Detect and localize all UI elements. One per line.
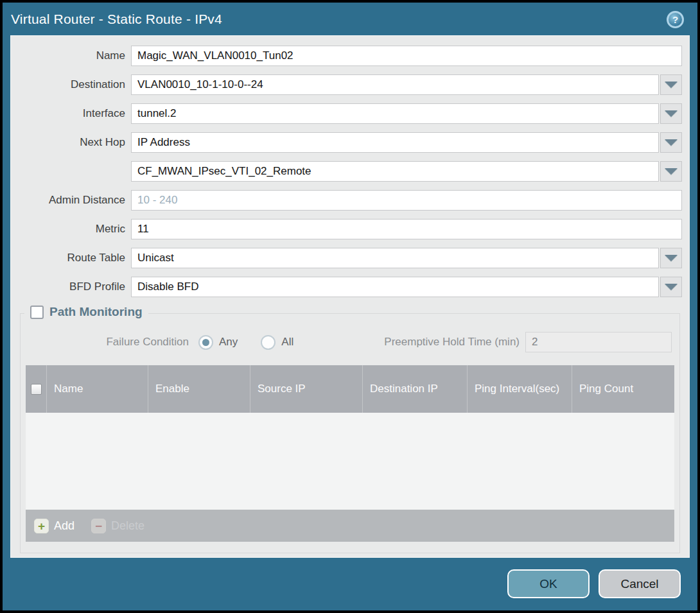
column-header-source-ip: Source IP <box>250 365 363 413</box>
ok-button[interactable]: OK <box>507 569 590 598</box>
add-button[interactable]: + Add <box>34 519 74 533</box>
column-header-ping-count: Ping Count <box>572 365 674 413</box>
failure-condition-row: Failure Condition Any All Preemptive Hol… <box>21 331 679 353</box>
route-table-label: Route Table <box>11 252 131 264</box>
header-checkbox-cell <box>26 365 47 413</box>
chevron-down-icon <box>665 168 678 175</box>
delete-button[interactable]: − Delete <box>91 519 144 533</box>
radio-selected-icon <box>198 335 213 350</box>
column-header-name: Name <box>47 365 148 413</box>
bfd-profile-label: BFD Profile <box>11 281 131 293</box>
preemptive-hold-time-input[interactable] <box>525 332 672 352</box>
select-all-checkbox[interactable] <box>31 384 42 395</box>
interface-label: Interface <box>11 107 131 120</box>
chevron-down-icon <box>665 82 678 88</box>
dialog-body: Name Destination Interface <box>10 35 690 558</box>
radio-unselected-icon <box>261 335 276 350</box>
chevron-down-icon <box>665 284 678 290</box>
path-monitoring-legend: Path Monitoring <box>24 305 148 319</box>
destination-input[interactable] <box>131 74 659 95</box>
destination-label: Destination <box>11 78 131 91</box>
metric-input[interactable] <box>131 219 682 239</box>
next-hop-label: Next Hop <box>11 136 131 149</box>
name-input[interactable] <box>131 46 682 66</box>
minus-icon: − <box>91 519 106 533</box>
form-row-next-hop-address <box>11 161 689 182</box>
path-monitoring-section: Path Monitoring Failure Condition Any Al… <box>20 313 680 553</box>
form-row-destination: Destination <box>11 74 689 95</box>
path-monitoring-table-body <box>26 413 674 510</box>
path-monitoring-checkbox[interactable] <box>30 306 44 319</box>
form-row-route-table: Route Table <box>11 248 689 268</box>
add-button-label: Add <box>54 519 74 533</box>
dialog-title: Virtual Router - Static Route - IPv4 <box>11 3 222 35</box>
radio-any-label: Any <box>219 336 238 349</box>
column-header-destination-ip: Destination IP <box>363 365 468 413</box>
chevron-down-icon <box>665 110 678 117</box>
interface-input[interactable] <box>131 103 659 124</box>
route-table-dropdown-button[interactable] <box>660 248 682 268</box>
next-hop-type-dropdown-button[interactable] <box>660 132 682 153</box>
path-monitoring-table-actions: + Add − Delete <box>26 510 674 542</box>
destination-dropdown-button[interactable] <box>660 74 682 95</box>
chevron-down-icon <box>665 139 678 146</box>
path-monitoring-title: Path Monitoring <box>49 305 143 319</box>
form-row-interface: Interface <box>11 103 689 124</box>
bfd-profile-dropdown-button[interactable] <box>660 277 682 297</box>
form-row-next-hop: Next Hop <box>11 132 689 153</box>
next-hop-address-dropdown-button[interactable] <box>660 161 682 182</box>
next-hop-address-input[interactable] <box>131 161 659 182</box>
chevron-down-icon <box>665 255 678 261</box>
admin-distance-input[interactable] <box>131 190 682 211</box>
name-label: Name <box>11 49 131 62</box>
admin-distance-label: Admin Distance <box>11 194 131 207</box>
form-row-bfd-profile: BFD Profile <box>11 277 689 297</box>
column-header-enable: Enable <box>148 365 250 413</box>
interface-dropdown-button[interactable] <box>660 103 682 124</box>
column-header-ping-interval: Ping Interval(sec) <box>468 365 572 413</box>
path-monitoring-table-header: Name Enable Source IP Destination IP Pin… <box>26 365 674 413</box>
failure-condition-all-radio[interactable]: All <box>261 335 293 350</box>
bfd-profile-input[interactable] <box>131 277 659 297</box>
path-monitoring-table: Name Enable Source IP Destination IP Pin… <box>26 365 674 542</box>
route-table-input[interactable] <box>131 248 659 268</box>
failure-condition-label: Failure Condition <box>21 336 198 349</box>
form-row-metric: Metric <box>11 219 689 239</box>
help-question-glyph: ? <box>672 14 678 25</box>
metric-label: Metric <box>11 223 131 236</box>
failure-condition-any-radio[interactable]: Any <box>198 335 238 350</box>
add-icon: + <box>34 519 49 533</box>
form-row-admin-distance: Admin Distance <box>11 190 689 211</box>
delete-button-label: Delete <box>111 519 144 533</box>
preemptive-hold-time-label: Preemptive Hold Time (min) <box>384 336 525 349</box>
radio-all-label: All <box>281 336 293 349</box>
form-row-name: Name <box>11 46 689 66</box>
help-icon[interactable]: ? <box>667 11 684 28</box>
dialog-frame: Virtual Router - Static Route - IPv4 ? N… <box>3 3 697 610</box>
cancel-button[interactable]: Cancel <box>599 569 681 598</box>
next-hop-type-input[interactable] <box>131 132 659 153</box>
